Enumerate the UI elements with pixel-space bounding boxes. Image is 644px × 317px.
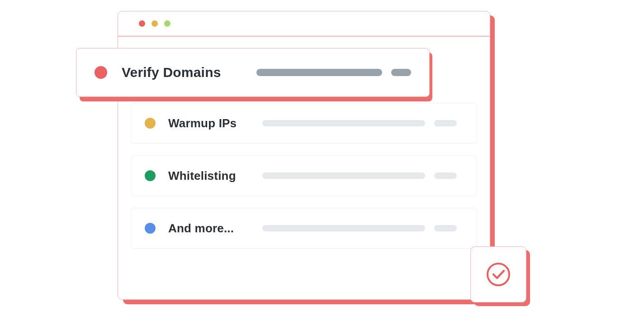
checklist-item-warmup-ips[interactable]: Warmup IPs bbox=[131, 103, 477, 144]
checklist: Warmup IPs Whitelisting And more... bbox=[131, 103, 477, 249]
check-tile[interactable] bbox=[470, 246, 526, 303]
item-title: Verify Domains bbox=[122, 65, 253, 80]
item-title: Warmup IPs bbox=[168, 116, 259, 130]
placeholder-bar bbox=[262, 173, 425, 179]
checklist-item-whitelisting[interactable]: Whitelisting bbox=[131, 155, 477, 196]
checklist-item-and-more[interactable]: And more... bbox=[131, 208, 477, 249]
traffic-lights bbox=[139, 20, 170, 27]
status-dot-icon bbox=[145, 118, 156, 129]
placeholder-bar bbox=[256, 69, 382, 76]
placeholder-bar-short bbox=[391, 69, 411, 76]
placeholder-bar bbox=[262, 225, 425, 231]
placeholder-bar-short bbox=[434, 225, 457, 231]
item-title: Whitelisting bbox=[168, 169, 259, 183]
traffic-light-minimize-icon bbox=[152, 20, 158, 27]
toolbar-divider bbox=[118, 36, 490, 37]
status-dot-icon bbox=[145, 170, 156, 181]
svg-point-0 bbox=[488, 264, 509, 285]
status-dot-icon bbox=[145, 223, 156, 234]
placeholder-bar-short bbox=[434, 173, 457, 179]
placeholder-bar-short bbox=[434, 120, 457, 126]
item-title: And more... bbox=[168, 221, 259, 235]
traffic-light-close-icon bbox=[139, 20, 145, 27]
placeholder-bar bbox=[262, 120, 425, 126]
traffic-light-zoom-icon bbox=[164, 20, 170, 27]
checklist-item-verify-domains[interactable]: Verify Domains bbox=[76, 48, 430, 97]
check-circle-icon bbox=[485, 261, 512, 288]
status-dot-icon bbox=[95, 66, 107, 79]
